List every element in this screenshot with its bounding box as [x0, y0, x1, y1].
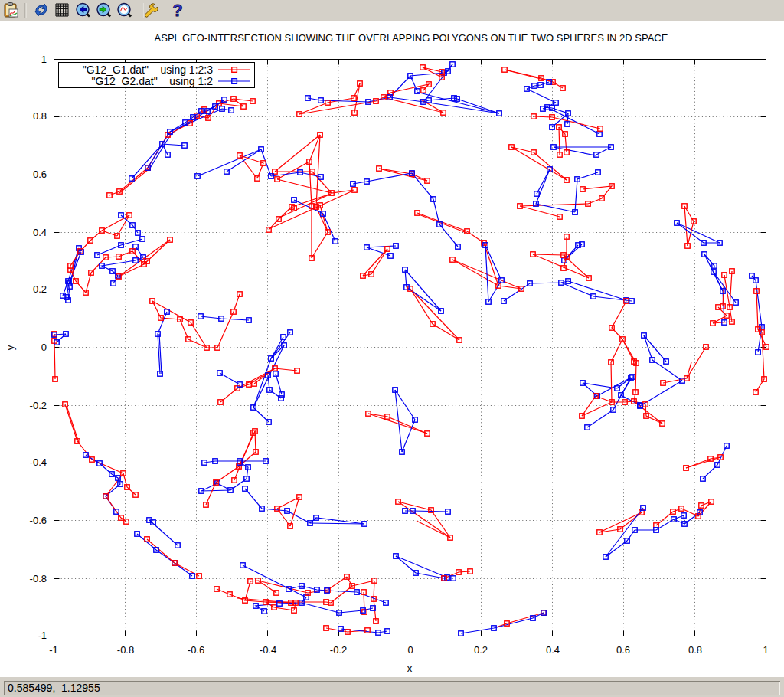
svg-text:0.4: 0.4 [546, 644, 560, 656]
svg-text:-0.8: -0.8 [117, 644, 134, 656]
svg-text:0.8: 0.8 [33, 110, 47, 122]
svg-text:0.2: 0.2 [33, 283, 47, 295]
svg-text:-0.2: -0.2 [330, 644, 347, 656]
svg-text:0: 0 [41, 342, 47, 353]
svg-text:1: 1 [41, 54, 47, 65]
svg-text:0.6: 0.6 [33, 169, 47, 180]
svg-text:"G12_G1.dat" using 1:2:3: "G12_G1.dat" using 1:2:3 [83, 64, 213, 76]
svg-text:1: 1 [763, 644, 768, 656]
svg-text:-0.2: -0.2 [30, 400, 47, 411]
svg-text:0: 0 [407, 644, 413, 656]
svg-text:?: ? [172, 1, 182, 20]
svg-text:-0.4: -0.4 [30, 456, 47, 468]
svg-text:x: x [407, 663, 413, 674]
svg-text:y: y [5, 345, 16, 350]
svg-text:0.8: 0.8 [688, 644, 702, 656]
svg-text:ASPL GEO-INTERSECTION SHOWING: ASPL GEO-INTERSECTION SHOWING THE OVERLA… [155, 32, 668, 44]
svg-text:-0.6: -0.6 [188, 644, 204, 656]
svg-text:"G12_G2.dat" using 1:2: "G12_G2.dat" using 1:2 [91, 75, 213, 87]
svg-text:0.4: 0.4 [33, 227, 47, 238]
svg-text:0.585499, 1.12955: 0.585499, 1.12955 [8, 682, 100, 694]
svg-text:0.2: 0.2 [474, 644, 488, 656]
svg-text:-0.6: -0.6 [30, 515, 47, 526]
svg-text:0.6: 0.6 [616, 644, 630, 656]
svg-text:-1: -1 [38, 630, 47, 641]
svg-text:-1: -1 [49, 644, 58, 656]
svg-text:-0.8: -0.8 [30, 573, 47, 584]
svg-text:-0.4: -0.4 [260, 644, 276, 656]
